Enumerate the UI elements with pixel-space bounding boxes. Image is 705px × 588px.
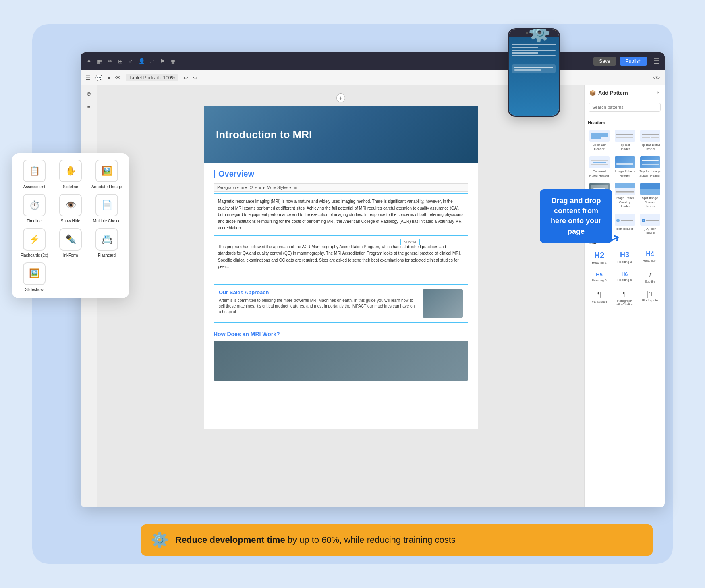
float-item-slideline[interactable]: ✋ Slideline: [55, 160, 86, 189]
pattern-top-bar-header[interactable]: Top Bar Header: [613, 128, 636, 152]
pattern-fa-icon-header[interactable]: F [FA] Icon Header: [639, 212, 661, 236]
paragraph-select[interactable]: Paragraph ▾: [217, 185, 239, 190]
blockquote-display: T: [647, 291, 653, 298]
h2-label: Heading 2: [592, 261, 606, 264]
float-item-annotated-image[interactable]: 🖼️ Annotated Image: [91, 160, 122, 189]
sales-image: [423, 289, 463, 318]
undo-icon[interactable]: ↩: [183, 75, 188, 81]
float-item-multiple-choice[interactable]: 📄 Multiple Choice: [91, 194, 122, 223]
delete-block[interactable]: 🗑: [294, 185, 298, 190]
check-icon[interactable]: ✓: [127, 58, 135, 65]
pattern-subtitle[interactable]: T Subtitle: [639, 269, 661, 286]
pattern-heading3[interactable]: H3 Heading 3: [613, 248, 636, 267]
hero-section: Introduction to MRI: [204, 106, 478, 163]
phone-lines: [512, 44, 556, 56]
pattern-heading2[interactable]: H2 Heading 2: [588, 248, 611, 267]
more-styles[interactable]: More Styles ▾: [267, 185, 292, 190]
page-inner: Introduction to MRI Overview Paragraph ▾…: [204, 106, 478, 429]
float-panel-grid: 📋 Assessment ✋ Slideline 🖼️ Annotated Im…: [19, 160, 122, 292]
main-toolbar: ✦ ▦ ✏ ⊞ ✓ 👤 ⇌ ⚑ ▦ Save Publish ☰: [81, 52, 665, 70]
slideline-icon: ✋: [59, 160, 82, 182]
mri-image: [214, 341, 468, 381]
paragraph-citation-label: Paragraph with Citation: [614, 299, 635, 306]
multiple-choice-icon: 📄: [95, 194, 118, 216]
how-heading: How Does an MRI Work?: [214, 331, 468, 337]
layout-icon[interactable]: ▦: [96, 58, 103, 65]
redo-icon[interactable]: ↪: [193, 75, 198, 81]
device-label[interactable]: Tablet Portrait · 100%: [126, 74, 178, 81]
float-item-slideshow[interactable]: 🖼️ Slideshow: [19, 262, 50, 292]
link-style[interactable]: ⛓ ▾: [249, 185, 257, 190]
pattern-image-splash[interactable]: Image Splash Header: [613, 155, 636, 179]
share-icon[interactable]: ⇌: [148, 58, 156, 65]
panel-search: [585, 100, 665, 114]
add-icon[interactable]: ⊕: [84, 89, 94, 98]
text-grid: H2 Heading 2 H3 Heading 3 H4 Heading 4 H…: [588, 248, 661, 309]
list-style[interactable]: ≡ ▾: [241, 185, 247, 190]
save-button[interactable]: Save: [593, 57, 616, 66]
float-item-flashcards[interactable]: ⚡ Flashcards (2x): [19, 228, 50, 258]
page-content: + Introduction to MRI Overview Paragraph…: [97, 85, 584, 507]
pattern-split-image-colored[interactable]: Split Image Colored Header: [639, 181, 661, 210]
icon-header-label: Icon Header: [616, 227, 634, 231]
fa-icon-header-label: [FA] Icon Header: [639, 227, 661, 235]
flag-icon[interactable]: ⚑: [159, 58, 166, 65]
pattern-centered-ruled[interactable]: Centered Ruled Header: [588, 155, 611, 179]
phone-line-1: [512, 44, 556, 45]
list-icon[interactable]: ☰: [85, 75, 91, 81]
slideshow-label: Slideshow: [25, 287, 44, 292]
flashcard-icon: 📇: [95, 228, 118, 251]
h6-label: Heading 6: [617, 278, 632, 282]
panel-close-button[interactable]: ×: [657, 89, 660, 96]
pattern-image-panel-overlay[interactable]: Image Panel Overlay Header: [613, 181, 636, 210]
chart-icon[interactable]: ▦: [169, 58, 176, 65]
timeline-label: Timeline: [27, 219, 41, 223]
float-item-timeline[interactable]: ⏱️ Timeline: [19, 194, 50, 223]
second-text-block[interactable]: This program has followed the approach o…: [214, 239, 468, 274]
left-float-panel: 📋 Assessment ✋ Slideline 🖼️ Annotated Im…: [12, 153, 129, 298]
preview-icon[interactable]: ●: [107, 75, 110, 81]
pattern-color-bar-header[interactable]: Color Bar Header: [588, 128, 611, 152]
add-block-button[interactable]: +: [336, 93, 345, 102]
image-splash-label: Image Splash Header: [614, 170, 635, 177]
pattern-heading4[interactable]: H4 Heading 4: [639, 248, 661, 267]
edit-icon[interactable]: ✏: [106, 58, 114, 65]
h4-display: H4: [646, 251, 654, 258]
search-input[interactable]: [589, 103, 661, 112]
pattern-top-bar-image-splash[interactable]: Top Bar Image Splash Header: [639, 155, 661, 179]
inkform-label: InkForm: [63, 253, 78, 258]
publish-button[interactable]: Publish: [620, 57, 647, 66]
float-item-inkform[interactable]: ✒️ InkForm: [55, 228, 86, 258]
h4-label: Heading 4: [643, 259, 657, 262]
pattern-paragraph-citation[interactable]: ¶· Paragraph with Citation: [613, 288, 636, 309]
align-style[interactable]: ≡ ▾: [259, 185, 265, 190]
pattern-paragraph[interactable]: ¶ Paragraph: [588, 288, 611, 309]
grid-icon[interactable]: ⊞: [117, 58, 124, 65]
float-item-assessment[interactable]: 📋 Assessment: [19, 160, 50, 189]
main-text-block[interactable]: Magnetic resonance imaging (MRI) is now …: [214, 193, 468, 236]
phone-line-3: [512, 50, 556, 51]
icon-header-thumb: [615, 214, 635, 226]
top-bar-detail-thumb: [640, 130, 660, 142]
pattern-heading6[interactable]: H6 Heading 6: [613, 269, 636, 286]
sidebar-icon-2[interactable]: ≡: [84, 102, 94, 111]
top-bar-thumb: [615, 130, 635, 142]
eye-icon[interactable]: 👁: [115, 75, 121, 81]
menu-icon[interactable]: ☰: [653, 57, 660, 66]
banner-bold-text: Reduce development time: [175, 535, 285, 545]
float-item-flashcard[interactable]: 📇 Flashcard: [91, 228, 122, 258]
pattern-blockquote[interactable]: T Blockquote: [639, 288, 661, 309]
hero-title: Introduction to MRI: [216, 129, 312, 141]
pattern-heading5[interactable]: H5 Heading 5: [588, 269, 611, 286]
user-icon[interactable]: 👤: [138, 58, 145, 65]
subtitle-label: Subtitle: [645, 280, 655, 283]
paragraph-label: Paragraph: [592, 300, 607, 303]
assessment-icon: 📋: [23, 160, 46, 182]
pattern-top-bar-detail[interactable]: Top Bar Detail Header: [639, 128, 661, 152]
code-toggle[interactable]: </>: [653, 75, 660, 81]
comment-icon[interactable]: 💬: [95, 75, 102, 81]
h5-display: H5: [596, 272, 603, 278]
phone-line-2: [512, 47, 538, 48]
float-item-show-hide[interactable]: 👁️ Show Hide: [55, 194, 86, 223]
top-bar-label: Top Bar Header: [614, 143, 635, 151]
